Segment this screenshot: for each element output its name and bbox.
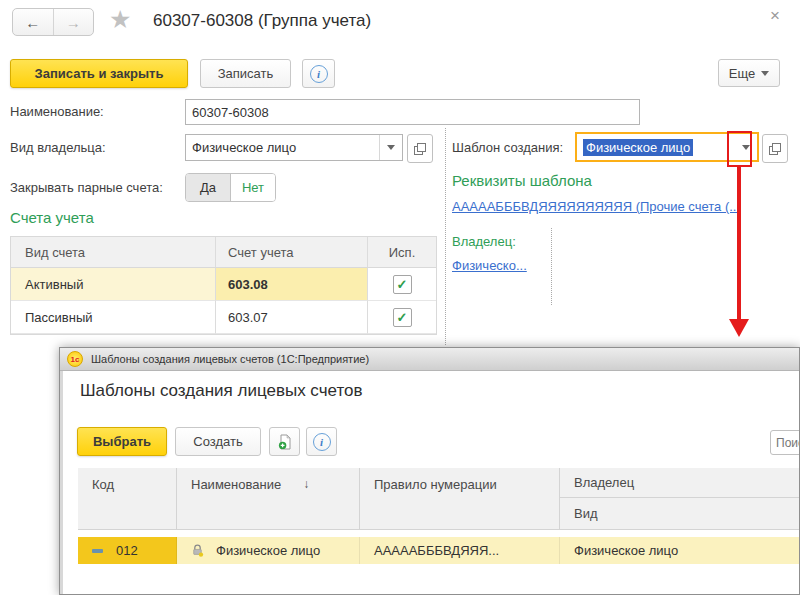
app-window: ← → ★ 60307-60308 (Группа учета) × Запис… [0, 0, 800, 595]
cell-owner[interactable]: Физическое лицо [560, 537, 800, 564]
template-details-heading: Реквизиты шаблона [452, 172, 592, 189]
nav-history-group: ← → [12, 8, 94, 36]
cell-name[interactable]: Физическое лицо [177, 537, 360, 564]
annotation-arrow-head [729, 319, 749, 337]
rule-value: АААААБББВДЯЯЯ... [374, 543, 499, 558]
more-button[interactable]: Еще [718, 59, 780, 87]
info-button[interactable]: i [302, 59, 335, 88]
save-label: Записать [218, 66, 274, 81]
sort-descending-icon: ↓ [303, 477, 309, 491]
chevron-down-icon [387, 145, 395, 150]
owner-kind-dropdown-button[interactable] [379, 135, 402, 160]
cell-used[interactable]: ✓ [368, 268, 436, 301]
cell-used[interactable]: ✓ [368, 301, 436, 334]
more-label: Еще [729, 66, 755, 81]
cell-kind[interactable]: Активный [11, 268, 216, 301]
name-value: Физическое лицо [216, 543, 320, 558]
checkbox-checked[interactable]: ✓ [393, 275, 412, 294]
column-header-account[interactable]: Счет учета [216, 237, 368, 268]
name-field-label: Наименование: [10, 104, 104, 119]
owner-value: Физическое лицо [574, 543, 678, 558]
owner-kind-value: Физическое лицо [186, 140, 379, 155]
close-paired-toggle: Да Нет [185, 173, 276, 202]
item-marker-icon [92, 549, 103, 553]
page-title: 60307-60308 (Группа учета) [153, 11, 371, 31]
owner-link[interactable]: Физическо... [452, 258, 527, 273]
annotation-arrow-line [737, 167, 741, 319]
popup-titlebar-text: Шаблоны создания лицевых счетов (1С:Пред… [91, 353, 369, 365]
owner-block-divider [551, 228, 552, 305]
save-and-close-button[interactable]: Записать и закрыть [10, 59, 188, 88]
forward-button[interactable]: → [54, 9, 94, 35]
create-group-button[interactable] [269, 427, 300, 456]
popup-info-button[interactable]: i [306, 427, 337, 456]
info-icon: i [310, 65, 328, 83]
popup-heading: Шаблоны создания лицевых счетов [80, 381, 363, 401]
owner-kind-label: Вид владельца: [10, 140, 106, 155]
check-icon: ✓ [397, 277, 408, 292]
toggle-no-button[interactable]: Нет [231, 174, 275, 201]
select-button[interactable]: Выбрать [77, 427, 167, 456]
cell-code[interactable]: 012 [78, 537, 177, 564]
panel-divider [445, 128, 446, 345]
column-header-code[interactable]: Код [78, 468, 177, 530]
check-icon: ✓ [397, 310, 408, 325]
column-header-kind[interactable]: Вид счета [11, 237, 216, 268]
accounts-table: Вид счета Счет учета Исп. Активный 603.0… [10, 236, 437, 335]
templates-popup-window: 1с Шаблоны создания лицевых счетов (1С:П… [59, 347, 800, 595]
back-button[interactable]: ← [13, 9, 54, 35]
template-selected-value: Физическое лицо [583, 139, 693, 156]
numbering-rule-link[interactable]: АААААБББВДЯЯЯЯЯЯЯЯЯЯ (Прочие счета (... [452, 199, 740, 214]
table-row[interactable]: Активный 603.08 ✓ [11, 268, 436, 301]
chevron-down-icon [761, 71, 769, 76]
popup-frame-edge [60, 371, 63, 595]
name-input[interactable] [185, 99, 640, 125]
close-paired-label: Закрывать парные счета: [10, 180, 163, 195]
toggle-yes-button[interactable]: Да [186, 174, 231, 201]
annotation-highlight-rect [727, 131, 752, 167]
back-arrow-icon: ← [25, 14, 40, 31]
column-header-name-label: Наименование [191, 477, 281, 492]
save-and-close-label: Записать и закрыть [35, 66, 164, 81]
accounts-section-heading: Счета учета [10, 209, 94, 226]
owner-kind-open-button[interactable] [407, 134, 433, 163]
template-field-label: Шаблон создания: [452, 140, 563, 155]
cell-account[interactable]: 603.08 [216, 268, 368, 301]
select-label: Выбрать [93, 434, 151, 449]
cell-account[interactable]: 603.07 [216, 301, 368, 334]
new-document-icon [277, 434, 293, 450]
create-button[interactable]: Создать [175, 427, 261, 456]
checkbox-checked[interactable]: ✓ [393, 308, 412, 327]
table-row[interactable]: Пассивный 603.07 ✓ [11, 301, 436, 334]
favorite-star-icon[interactable]: ★ [109, 6, 131, 32]
create-label: Создать [193, 434, 242, 449]
save-button[interactable]: Записать [200, 59, 291, 88]
info-icon: i [313, 433, 331, 451]
column-header-owner[interactable]: Владелец [560, 468, 800, 498]
code-value: 012 [116, 543, 138, 558]
owner-kind-combobox[interactable]: Физическое лицо [185, 134, 403, 161]
open-item-icon [414, 143, 426, 155]
cell-rule[interactable]: АААААБББВДЯЯЯ... [360, 537, 560, 564]
owner-label: Владелец: [452, 234, 516, 249]
cell-kind[interactable]: Пассивный [11, 301, 216, 334]
forward-arrow-icon: → [66, 14, 81, 31]
search-input[interactable] [770, 430, 800, 455]
lock-icon [191, 544, 204, 557]
column-header-used[interactable]: Исп. [368, 237, 436, 268]
template-open-button[interactable] [762, 134, 788, 163]
column-header-owner-kind[interactable]: Вид [560, 498, 800, 530]
accounts-table-header: Вид счета Счет учета Исп. [11, 237, 436, 268]
popup-titlebar[interactable]: 1с Шаблоны создания лицевых счетов (1С:П… [60, 348, 800, 371]
close-icon[interactable]: × [770, 6, 780, 26]
column-header-name[interactable]: Наименование ↓ [177, 468, 360, 530]
1c-logo-icon: 1с [67, 351, 83, 367]
open-item-icon [769, 143, 781, 155]
column-header-rule[interactable]: Правило нумерации [360, 468, 560, 530]
